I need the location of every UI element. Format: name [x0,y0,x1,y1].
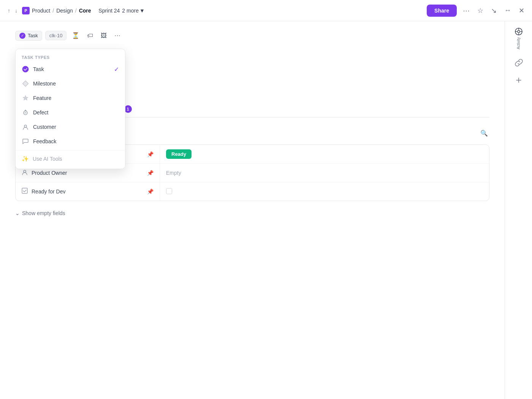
share-button[interactable]: Share [427,5,457,17]
nav-up-button[interactable]: ↑ [6,6,12,15]
top-bar-right: Share ⋯ ☆ ↘ ↔ ✕ [427,5,526,17]
task-label: Task [28,33,38,38]
product-owner-empty: Empty [166,170,181,176]
ready-for-dev-icon [22,188,28,195]
dropdown-item-defect[interactable]: Defect [16,105,125,120]
dropdown-title: Task types [16,52,125,62]
feedback-item-label: Feedback [33,138,56,144]
breadcrumb-design[interactable]: Design [56,8,73,14]
defect-icon [22,109,29,116]
product-owner-label: Product Owner [32,170,67,176]
show-empty-fields[interactable]: ⌄ Show empty fields [15,207,489,219]
timer-icon-button[interactable]: ⏳ [70,30,82,41]
chevron-down-icon: ⌄ [15,210,20,216]
dropdown-item-customer[interactable]: Customer [16,120,125,134]
svg-point-0 [22,66,28,72]
task-id-badge: clk-10 [45,31,67,40]
defect-item-label: Defect [33,109,48,116]
show-empty-fields-label: Show empty fields [22,210,65,216]
breadcrumb-product[interactable]: Product [32,8,50,14]
breadcrumb-sep-1: / [52,8,54,14]
collapse-button[interactable]: ↔ [503,5,513,16]
breadcrumb-sep-3 [93,8,97,14]
tag-icon-button[interactable]: 🏷 [85,31,95,41]
top-bar: ↑ ↓ P Product / Design / Core Sprint 24 … [0,0,532,21]
customer-item-label: Customer [33,124,56,130]
breadcrumb-core[interactable]: Core [79,8,91,14]
right-sidebar: Activity [505,21,532,399]
svg-point-10 [518,30,520,33]
activity-label: Activity [516,37,521,49]
ai-tools-item[interactable]: ✨ Use AI Tools [16,152,125,166]
activity-button[interactable]: Activity [515,27,523,49]
ready-badge: Ready [166,149,192,159]
top-bar-left: ↑ ↓ P Product / Design / Core Sprint 24 … [6,6,145,15]
toolbar: ✓ Task clk-10 ⏳ 🏷 🖼 ⋯ Task types [15,30,489,41]
task-type-dropdown: Task types Task ✓ [15,49,125,169]
ai-icon: ✨ [22,155,29,162]
svg-point-7 [24,170,26,173]
custom-fields-search-button[interactable]: 🔍 [479,128,489,138]
milestone-item-label: Milestone [33,81,56,87]
breadcrumb-sep-2: / [75,8,77,14]
feature-item-label: Feature [33,95,51,101]
product-icon: P [22,7,30,14]
more-icon-button[interactable]: ⋯ [112,30,123,41]
main-layout: ✓ Task clk-10 ⏳ 🏷 🖼 ⋯ Task types [0,21,532,399]
svg-rect-8 [22,188,27,193]
dropdown-item-task[interactable]: Task ✓ [16,62,125,76]
ready-for-dev-label: Ready for Dev [32,188,65,195]
ready-for-dev-pin-icon: 📌 [147,188,154,195]
download-button[interactable]: ↘ [489,5,498,16]
task-selected-check: ✓ [114,66,119,73]
dropdown-item-milestone[interactable]: Milestone [16,76,125,91]
task-type-button[interactable]: ✓ Task [15,31,42,41]
breadcrumb-more-button[interactable]: 2 more ▼ [122,8,144,14]
dropdown-item-feedback[interactable]: Feedback [16,134,125,149]
task-type-check-icon [22,65,29,73]
field-value-product-owner[interactable]: Empty [160,165,489,180]
more-options-button[interactable]: ⋯ [461,5,471,16]
product-owner-pin-icon: 📌 [147,170,154,176]
product-owner-icon [22,169,28,177]
svg-point-2 [24,125,27,127]
field-value-ready-for-dev[interactable] [160,184,489,200]
link-button[interactable] [515,59,523,67]
close-button[interactable]: ✕ [517,5,526,16]
dropdown-divider [16,150,125,150]
add-button[interactable] [515,76,523,84]
field-label-ready-for-dev: Ready for Dev 📌 [16,182,160,201]
breadcrumb-sprint[interactable]: Sprint 24 [98,8,120,14]
nav-arrows: ↑ ↓ [6,6,19,15]
field-value-epd[interactable]: Ready [160,145,489,163]
task-item-label: Task [33,66,44,72]
image-icon-button[interactable]: 🖼 [98,31,109,41]
dropdown-item-feature[interactable]: Feature [16,91,125,105]
star-button[interactable]: ☆ [476,5,485,16]
field-row-ready-for-dev: Ready for Dev 📌 [16,182,489,201]
task-check-icon: ✓ [19,33,25,39]
customer-icon [22,123,29,131]
feature-icon [22,94,29,102]
nav-down-button[interactable]: ↓ [13,6,19,15]
milestone-icon [22,80,29,87]
ready-for-dev-checkbox[interactable] [166,188,172,194]
epd-pin-icon: 📌 [147,151,154,157]
content-area: ✓ Task clk-10 ⏳ 🏷 🖼 ⋯ Task types [0,21,505,399]
feedback-icon [22,138,29,145]
breadcrumb: P Product / Design / Core Sprint 24 2 mo… [22,7,145,14]
ai-tools-label: Use AI Tools [33,156,62,162]
